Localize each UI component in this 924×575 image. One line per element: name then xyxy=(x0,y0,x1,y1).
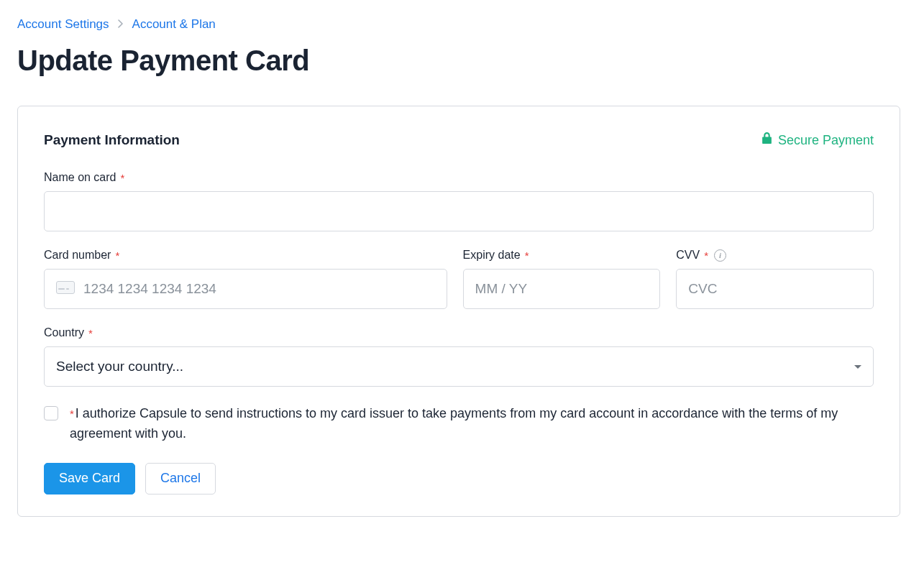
country-select[interactable]: Select your country... xyxy=(44,346,874,387)
name-on-card-label: Name on card * xyxy=(44,171,874,184)
chevron-down-icon xyxy=(854,365,861,369)
save-card-button[interactable]: Save Card xyxy=(44,463,135,494)
required-marker: * xyxy=(88,327,93,339)
cancel-button[interactable]: Cancel xyxy=(145,463,216,494)
svg-rect-2 xyxy=(66,288,69,290)
panel-heading: Payment Information xyxy=(44,132,180,148)
panel-header: Payment Information Secure Payment xyxy=(44,132,874,148)
country-label: Country * xyxy=(44,326,874,339)
consent-checkbox[interactable] xyxy=(44,406,58,420)
expiry-group: Expiry date * xyxy=(463,249,661,309)
payment-info-panel: Payment Information Secure Payment Name … xyxy=(17,106,900,517)
info-icon[interactable]: i xyxy=(714,249,726,262)
consent-text: *I authorize Capsule to send instruction… xyxy=(70,404,874,444)
svg-rect-0 xyxy=(57,282,75,294)
card-number-field[interactable] xyxy=(44,269,447,309)
breadcrumb-link-account-plan[interactable]: Account & Plan xyxy=(132,17,216,32)
form-actions: Save Card Cancel xyxy=(44,463,874,494)
required-marker: * xyxy=(121,172,125,184)
name-on-card-input[interactable] xyxy=(44,191,874,231)
page-title: Update Payment Card xyxy=(17,45,907,77)
secure-payment-label: Secure Payment xyxy=(778,133,874,148)
cvv-label: CVV * i xyxy=(676,249,874,262)
credit-card-icon xyxy=(56,281,75,297)
expiry-label: Expiry date * xyxy=(463,249,661,262)
required-marker: * xyxy=(70,408,74,420)
svg-rect-1 xyxy=(58,288,65,290)
country-group: Country * Select your country... xyxy=(44,326,874,387)
cvv-input[interactable] xyxy=(676,269,874,309)
required-marker: * xyxy=(115,249,119,262)
breadcrumb: Account Settings Account & Plan xyxy=(17,17,907,32)
consent-row: *I authorize Capsule to send instruction… xyxy=(44,404,874,444)
card-number-group: Card number * xyxy=(44,249,447,309)
country-select-placeholder: Select your country... xyxy=(56,359,183,374)
card-number-input[interactable] xyxy=(83,281,435,297)
cvv-group: CVV * i xyxy=(676,249,874,309)
breadcrumb-link-account-settings[interactable]: Account Settings xyxy=(17,17,109,32)
expiry-input[interactable] xyxy=(463,269,661,309)
card-number-label: Card number * xyxy=(44,249,447,262)
secure-payment-badge: Secure Payment xyxy=(761,132,874,148)
card-details-row: Card number * Expiry date * xyxy=(44,249,874,309)
required-marker: * xyxy=(525,249,529,262)
lock-icon xyxy=(761,132,772,148)
name-on-card-group: Name on card * xyxy=(44,171,874,231)
required-marker: * xyxy=(704,249,708,262)
chevron-right-icon xyxy=(118,19,124,30)
